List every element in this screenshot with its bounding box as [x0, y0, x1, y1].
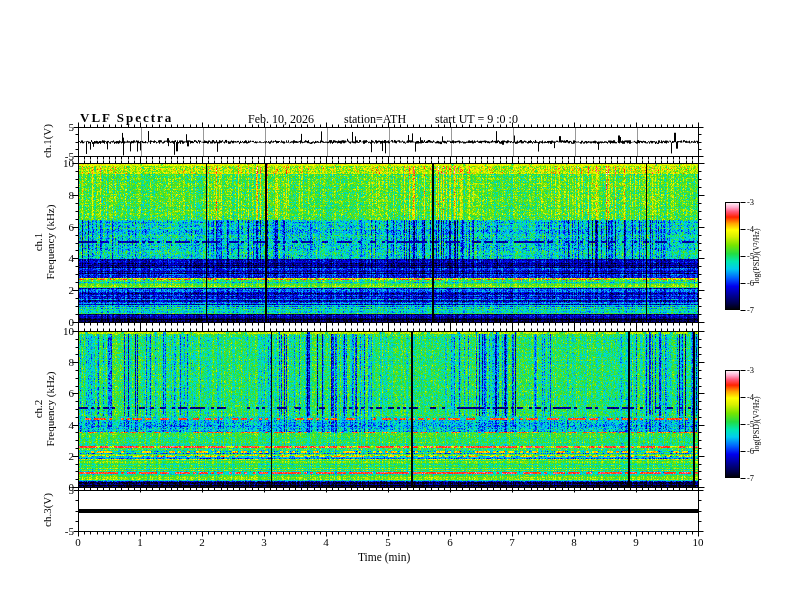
- ch1-frequency-axis-label: ch.1 Frequency (kHz): [32, 205, 56, 280]
- y-tick-label: 2: [48, 284, 74, 296]
- x-tick-label: 9: [621, 536, 651, 548]
- y-tick-label: -5: [48, 150, 74, 162]
- ch2-spectrogram-canvas: [79, 332, 698, 487]
- ch1-waveform-canvas: [79, 128, 698, 156]
- y-tick-label: 5: [48, 121, 74, 133]
- x-tick-label: 3: [249, 536, 279, 548]
- y-tick-label: 8: [48, 356, 74, 368]
- x-axis-label: Time (min): [358, 551, 410, 563]
- colorbar-1-canvas: [725, 202, 740, 310]
- ch1-frequency-axis-title: Frequency (kHz): [44, 205, 56, 280]
- ch2-frequency-axis-channel: ch.2: [32, 372, 44, 447]
- colorbar-tick-label: -3: [747, 365, 754, 375]
- y-tick-label: 10: [48, 325, 74, 337]
- y-tick-label: 6: [48, 387, 74, 399]
- x-tick-label: 2: [187, 536, 217, 548]
- colorbar-2-canvas: [725, 370, 740, 478]
- ch1-spectrogram-canvas: [79, 164, 698, 322]
- y-tick-label: 6: [48, 221, 74, 233]
- colorbar-tick-label: -5: [747, 419, 754, 429]
- colorbar-tick-label: -4: [747, 224, 754, 234]
- figure-start-ut: start UT = 9 :0 :0: [435, 112, 518, 127]
- figure-title: VLF Spectra: [80, 110, 173, 126]
- colorbar-tick-label: -7: [747, 305, 754, 315]
- ch1-frequency-axis-channel: ch.1: [32, 205, 44, 280]
- x-tick-label: 10: [683, 536, 713, 548]
- x-tick-label: 7: [497, 536, 527, 548]
- ch3-voltage-axis-label: ch.3(V): [41, 493, 53, 527]
- colorbar-tick-label: -5: [747, 251, 754, 261]
- ch2-frequency-axis-label: ch.2 Frequency (kHz): [32, 372, 56, 447]
- y-tick-label: 4: [48, 252, 74, 264]
- colorbar-tick-label: -6: [747, 278, 754, 288]
- y-tick-label: 5: [48, 484, 74, 496]
- x-tick-label: 4: [311, 536, 341, 548]
- y-tick-label: 4: [48, 419, 74, 431]
- colorbar-tick-label: -6: [747, 446, 754, 456]
- figure-station: station=ATH: [344, 112, 406, 127]
- x-tick-label: 0: [63, 536, 93, 548]
- vlf-spectra-figure: VLF Spectra Feb. 10, 2026 station=ATH st…: [0, 0, 792, 612]
- colorbar-tick-label: -3: [747, 197, 754, 207]
- x-tick-label: 1: [125, 536, 155, 548]
- colorbar-tick-label: -4: [747, 392, 754, 402]
- x-tick-label: 6: [435, 536, 465, 548]
- ch3-waveform-canvas: [79, 491, 698, 531]
- x-tick-label: 8: [559, 536, 589, 548]
- ch2-frequency-axis-title: Frequency (kHz): [44, 372, 56, 447]
- colorbar-tick-label: -7: [747, 473, 754, 483]
- x-tick-label: 5: [373, 536, 403, 548]
- y-tick-label: 8: [48, 189, 74, 201]
- y-tick-label: 2: [48, 450, 74, 462]
- figure-date: Feb. 10, 2026: [248, 112, 314, 127]
- y-tick-label: -5: [48, 525, 74, 537]
